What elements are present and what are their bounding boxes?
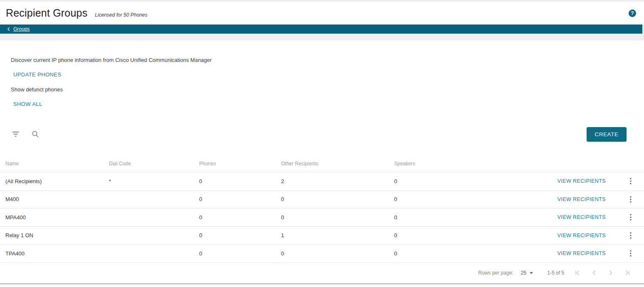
breadcrumb-groups-link[interactable]: Groups (7, 26, 30, 32)
table-header-row: Name Dial Code Phones Other Recipients S… (0, 144, 644, 172)
cell-other-recipients: 0 (281, 250, 394, 257)
view-recipients-link[interactable]: VIEW RECIPIENTS (558, 233, 606, 238)
row-menu-button[interactable] (622, 210, 639, 225)
row-menu-button[interactable] (622, 246, 639, 261)
cell-dial-code: * (109, 178, 199, 184)
dropdown-caret-icon (530, 272, 533, 274)
view-recipients-link[interactable]: VIEW RECIPIENTS (558, 214, 606, 220)
rows-per-page-value: 25 (521, 270, 526, 276)
kebab-menu-icon (630, 232, 632, 239)
page-title: Recipient Groups (6, 7, 87, 19)
filter-list-icon (12, 131, 20, 137)
kebab-menu-icon (630, 196, 632, 203)
next-page-button[interactable] (602, 265, 619, 280)
column-header-name: Name (5, 161, 109, 167)
title-wrap: Recipient Groups Licensed for 50 Phones (6, 7, 147, 19)
rows-per-page-label: Rows per page: (478, 270, 513, 276)
help-icon[interactable]: ? (629, 10, 636, 17)
cell-speakers: 0 (394, 196, 490, 202)
table-toolbar: CREATE (0, 124, 644, 144)
recipient-groups-table: Name Dial Code Phones Other Recipients S… (0, 144, 644, 286)
cell-phones: 0 (199, 250, 281, 257)
cell-other-recipients: 1 (281, 232, 394, 238)
cell-phones: 0 (199, 178, 281, 184)
breadcrumb-label: Groups (13, 26, 30, 32)
column-header-dial-code: Dial Code (109, 161, 199, 167)
chevron-left-icon (592, 270, 596, 275)
table-row: (All Recipients) * 0 2 0 VIEW RECIPIENTS (0, 172, 644, 191)
main-content: Discover current IP phone information fr… (0, 57, 644, 286)
page-header: Recipient Groups Licensed for 50 Phones … (0, 2, 644, 25)
license-note: Licensed for 50 Phones (95, 12, 147, 18)
defunct-phones-label: Show defunct phones (11, 86, 644, 93)
row-menu-button[interactable] (622, 192, 639, 207)
last-page-icon (624, 270, 630, 275)
row-menu-button[interactable] (622, 174, 639, 189)
cell-name: MPA400 (5, 214, 109, 221)
table-row: M400 0 0 0 VIEW RECIPIENTS (0, 191, 644, 209)
cell-name: Relay 1 ON (5, 232, 109, 238)
bottom-edge-strip (0, 284, 644, 286)
first-page-button[interactable] (569, 265, 586, 280)
column-header-speakers: Speakers (394, 161, 490, 167)
recipient-groups-page: Recipient Groups Licensed for 50 Phones … (0, 0, 644, 287)
rows-per-page-select[interactable]: 25 (521, 270, 533, 276)
breadcrumb: Groups (0, 25, 644, 34)
view-recipients-link[interactable]: VIEW RECIPIENTS (558, 250, 606, 256)
pagination-range: 1-5 of 5 (547, 270, 564, 276)
cell-other-recipients: 2 (281, 178, 394, 184)
cell-name: TPA400 (5, 250, 109, 257)
cell-speakers: 0 (394, 178, 490, 184)
cell-other-recipients: 0 (281, 196, 394, 202)
previous-page-button[interactable] (586, 265, 602, 280)
last-page-button[interactable] (619, 265, 636, 280)
chevron-right-icon (609, 270, 613, 275)
view-recipients-link[interactable]: VIEW RECIPIENTS (558, 178, 606, 184)
column-header-phones: Phones (199, 161, 281, 167)
cell-name: (All Recipients) (5, 178, 109, 184)
kebab-menu-icon (630, 250, 632, 257)
kebab-menu-icon (630, 178, 632, 184)
discover-description: Discover current IP phone information fr… (11, 57, 644, 63)
table-row: MPA400 0 0 0 VIEW RECIPIENTS (0, 209, 644, 227)
view-recipients-link[interactable]: VIEW RECIPIENTS (558, 196, 606, 202)
cell-speakers: 0 (394, 232, 490, 238)
kebab-menu-icon (630, 214, 632, 221)
update-phones-button[interactable]: UPDATE PHONES (13, 71, 61, 78)
create-button[interactable]: CREATE (587, 127, 627, 142)
cell-phones: 0 (199, 232, 281, 238)
filter-button[interactable] (10, 130, 22, 139)
table-footer: Rows per page: 25 1-5 of 5 (0, 263, 644, 284)
cell-speakers: 0 (394, 250, 490, 257)
column-header-other-recipients: Other Recipients (281, 161, 394, 167)
first-page-icon (575, 270, 580, 275)
cell-phones: 0 (199, 214, 281, 221)
search-icon (32, 130, 39, 138)
row-menu-button[interactable] (622, 228, 639, 243)
table-row: Relay 1 ON 0 1 0 VIEW RECIPIENTS (0, 227, 644, 245)
subheader-band (0, 34, 644, 40)
show-all-button[interactable]: SHOW ALL (13, 101, 42, 107)
cell-other-recipients: 0 (281, 214, 394, 221)
chevron-left-icon (7, 27, 10, 31)
cell-name: M400 (5, 196, 109, 202)
table-row: TPA400 0 0 0 VIEW RECIPIENTS (0, 245, 644, 263)
search-button[interactable] (30, 129, 41, 140)
cell-speakers: 0 (394, 214, 490, 221)
cell-phones: 0 (199, 196, 281, 202)
